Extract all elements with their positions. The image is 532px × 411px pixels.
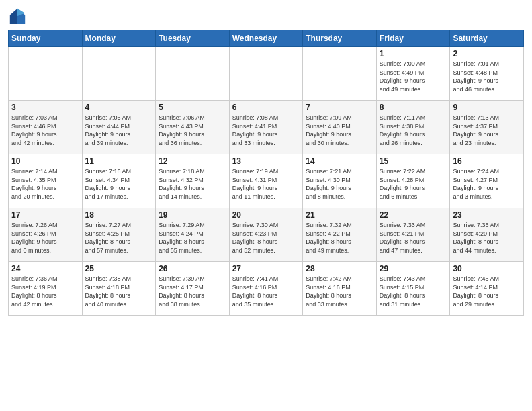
logo-icon bbox=[8, 7, 27, 26]
day-number: 12 bbox=[159, 156, 226, 166]
day-detail: Sunrise: 7:26 AM Sunset: 4:26 PM Dayligh… bbox=[11, 221, 79, 255]
day-detail: Sunrise: 7:03 AM Sunset: 4:46 PM Dayligh… bbox=[11, 113, 79, 147]
day-number: 27 bbox=[232, 264, 300, 273]
day-detail: Sunrise: 7:30 AM Sunset: 4:23 PM Dayligh… bbox=[232, 221, 300, 255]
day-number: 17 bbox=[11, 210, 79, 220]
calendar-cell: 9Sunrise: 7:13 AM Sunset: 4:37 PM Daylig… bbox=[450, 101, 524, 154]
day-detail: Sunrise: 7:05 AM Sunset: 4:44 PM Dayligh… bbox=[85, 113, 153, 147]
day-detail: Sunrise: 7:16 AM Sunset: 4:34 PM Dayligh… bbox=[85, 167, 153, 201]
day-number: 9 bbox=[453, 103, 521, 112]
calendar-cell: 18Sunrise: 7:27 AM Sunset: 4:25 PM Dayli… bbox=[82, 208, 156, 262]
day-number: 22 bbox=[380, 210, 447, 220]
day-number: 1 bbox=[380, 49, 447, 58]
day-number: 18 bbox=[85, 210, 153, 220]
calendar-cell: 25Sunrise: 7:38 AM Sunset: 4:18 PM Dayli… bbox=[82, 262, 156, 316]
calendar-cell: 21Sunrise: 7:32 AM Sunset: 4:22 PM Dayli… bbox=[303, 208, 377, 262]
calendar-cell: 8Sunrise: 7:11 AM Sunset: 4:38 PM Daylig… bbox=[376, 101, 450, 154]
day-detail: Sunrise: 7:21 AM Sunset: 4:30 PM Dayligh… bbox=[306, 167, 373, 201]
day-number: 11 bbox=[85, 156, 153, 166]
day-number: 21 bbox=[306, 210, 373, 220]
calendar-cell bbox=[303, 47, 377, 101]
calendar-cell bbox=[82, 47, 156, 101]
day-number: 7 bbox=[306, 103, 373, 112]
calendar-cell: 13Sunrise: 7:19 AM Sunset: 4:31 PM Dayli… bbox=[229, 154, 303, 208]
header bbox=[8, 7, 524, 26]
day-detail: Sunrise: 7:24 AM Sunset: 4:27 PM Dayligh… bbox=[453, 167, 521, 201]
weekday-header-row: SundayMondayTuesdayWednesdayThursdayFrid… bbox=[9, 30, 524, 47]
day-number: 6 bbox=[232, 103, 300, 112]
calendar-cell: 10Sunrise: 7:14 AM Sunset: 4:35 PM Dayli… bbox=[9, 154, 83, 208]
day-number: 3 bbox=[11, 103, 79, 112]
calendar-cell: 29Sunrise: 7:43 AM Sunset: 4:15 PM Dayli… bbox=[376, 262, 450, 316]
calendar-week-5: 24Sunrise: 7:36 AM Sunset: 4:19 PM Dayli… bbox=[9, 262, 524, 316]
weekday-header-friday: Friday bbox=[376, 30, 450, 47]
day-number: 8 bbox=[380, 103, 447, 112]
weekday-header-tuesday: Tuesday bbox=[156, 30, 230, 47]
day-detail: Sunrise: 7:43 AM Sunset: 4:15 PM Dayligh… bbox=[380, 275, 447, 308]
calendar-cell: 30Sunrise: 7:45 AM Sunset: 4:14 PM Dayli… bbox=[450, 262, 524, 316]
svg-marker-1 bbox=[10, 9, 17, 24]
calendar-cell: 23Sunrise: 7:35 AM Sunset: 4:20 PM Dayli… bbox=[450, 208, 524, 262]
day-detail: Sunrise: 7:27 AM Sunset: 4:25 PM Dayligh… bbox=[85, 221, 153, 255]
day-detail: Sunrise: 7:45 AM Sunset: 4:14 PM Dayligh… bbox=[453, 275, 521, 308]
day-number: 15 bbox=[380, 156, 447, 166]
day-detail: Sunrise: 7:32 AM Sunset: 4:22 PM Dayligh… bbox=[306, 221, 373, 255]
day-number: 4 bbox=[85, 103, 153, 112]
calendar-cell: 12Sunrise: 7:18 AM Sunset: 4:32 PM Dayli… bbox=[156, 154, 230, 208]
day-number: 25 bbox=[85, 264, 153, 273]
day-number: 23 bbox=[453, 210, 521, 220]
day-number: 24 bbox=[11, 264, 79, 273]
calendar-cell: 7Sunrise: 7:09 AM Sunset: 4:40 PM Daylig… bbox=[303, 101, 377, 154]
day-detail: Sunrise: 7:33 AM Sunset: 4:21 PM Dayligh… bbox=[380, 221, 447, 255]
day-number: 29 bbox=[380, 264, 447, 273]
weekday-header-saturday: Saturday bbox=[450, 30, 524, 47]
calendar-week-2: 3Sunrise: 7:03 AM Sunset: 4:46 PM Daylig… bbox=[9, 101, 524, 154]
calendar-cell: 22Sunrise: 7:33 AM Sunset: 4:21 PM Dayli… bbox=[376, 208, 450, 262]
page-container: SundayMondayTuesdayWednesdayThursdayFrid… bbox=[0, 0, 532, 321]
weekday-header-wednesday: Wednesday bbox=[229, 30, 303, 47]
calendar-cell: 17Sunrise: 7:26 AM Sunset: 4:26 PM Dayli… bbox=[9, 208, 83, 262]
day-detail: Sunrise: 7:35 AM Sunset: 4:20 PM Dayligh… bbox=[453, 221, 521, 255]
day-detail: Sunrise: 7:29 AM Sunset: 4:24 PM Dayligh… bbox=[159, 221, 226, 255]
day-detail: Sunrise: 7:36 AM Sunset: 4:19 PM Dayligh… bbox=[11, 275, 79, 308]
day-detail: Sunrise: 7:22 AM Sunset: 4:28 PM Dayligh… bbox=[380, 167, 447, 201]
calendar-cell: 3Sunrise: 7:03 AM Sunset: 4:46 PM Daylig… bbox=[9, 101, 83, 154]
day-number: 19 bbox=[159, 210, 226, 220]
day-detail: Sunrise: 7:42 AM Sunset: 4:16 PM Dayligh… bbox=[306, 275, 373, 308]
day-number: 14 bbox=[306, 156, 373, 166]
day-number: 20 bbox=[232, 210, 300, 220]
calendar-cell: 1Sunrise: 7:00 AM Sunset: 4:49 PM Daylig… bbox=[376, 47, 450, 101]
calendar-cell: 15Sunrise: 7:22 AM Sunset: 4:28 PM Dayli… bbox=[376, 154, 450, 208]
weekday-header-monday: Monday bbox=[82, 30, 156, 47]
calendar-cell: 6Sunrise: 7:08 AM Sunset: 4:41 PM Daylig… bbox=[229, 101, 303, 154]
day-detail: Sunrise: 7:38 AM Sunset: 4:18 PM Dayligh… bbox=[85, 275, 153, 308]
day-detail: Sunrise: 7:41 AM Sunset: 4:16 PM Dayligh… bbox=[232, 275, 300, 308]
day-number: 16 bbox=[453, 156, 521, 166]
day-detail: Sunrise: 7:14 AM Sunset: 4:35 PM Dayligh… bbox=[11, 167, 79, 201]
calendar-cell: 5Sunrise: 7:06 AM Sunset: 4:43 PM Daylig… bbox=[156, 101, 230, 154]
day-detail: Sunrise: 7:11 AM Sunset: 4:38 PM Dayligh… bbox=[380, 113, 447, 147]
calendar-cell: 11Sunrise: 7:16 AM Sunset: 4:34 PM Dayli… bbox=[82, 154, 156, 208]
calendar-cell bbox=[156, 47, 230, 101]
day-number: 26 bbox=[159, 264, 226, 273]
day-number: 2 bbox=[453, 49, 521, 58]
calendar-cell bbox=[9, 47, 83, 101]
day-detail: Sunrise: 7:09 AM Sunset: 4:40 PM Dayligh… bbox=[306, 113, 373, 147]
calendar-week-4: 17Sunrise: 7:26 AM Sunset: 4:26 PM Dayli… bbox=[9, 208, 524, 262]
calendar-cell: 2Sunrise: 7:01 AM Sunset: 4:48 PM Daylig… bbox=[450, 47, 524, 101]
calendar-table: SundayMondayTuesdayWednesdayThursdayFrid… bbox=[8, 30, 524, 316]
day-detail: Sunrise: 7:06 AM Sunset: 4:43 PM Dayligh… bbox=[159, 113, 226, 147]
calendar-cell: 14Sunrise: 7:21 AM Sunset: 4:30 PM Dayli… bbox=[303, 154, 377, 208]
day-detail: Sunrise: 7:08 AM Sunset: 4:41 PM Dayligh… bbox=[232, 113, 300, 147]
day-number: 30 bbox=[453, 264, 521, 273]
day-number: 10 bbox=[11, 156, 79, 166]
day-detail: Sunrise: 7:18 AM Sunset: 4:32 PM Dayligh… bbox=[159, 167, 226, 201]
calendar-cell: 26Sunrise: 7:39 AM Sunset: 4:17 PM Dayli… bbox=[156, 262, 230, 316]
weekday-header-thursday: Thursday bbox=[303, 30, 377, 47]
day-detail: Sunrise: 7:19 AM Sunset: 4:31 PM Dayligh… bbox=[232, 167, 300, 201]
calendar-cell: 19Sunrise: 7:29 AM Sunset: 4:24 PM Dayli… bbox=[156, 208, 230, 262]
day-number: 28 bbox=[306, 264, 373, 273]
calendar-week-3: 10Sunrise: 7:14 AM Sunset: 4:35 PM Dayli… bbox=[9, 154, 524, 208]
day-number: 5 bbox=[159, 103, 226, 112]
calendar-cell: 16Sunrise: 7:24 AM Sunset: 4:27 PM Dayli… bbox=[450, 154, 524, 208]
